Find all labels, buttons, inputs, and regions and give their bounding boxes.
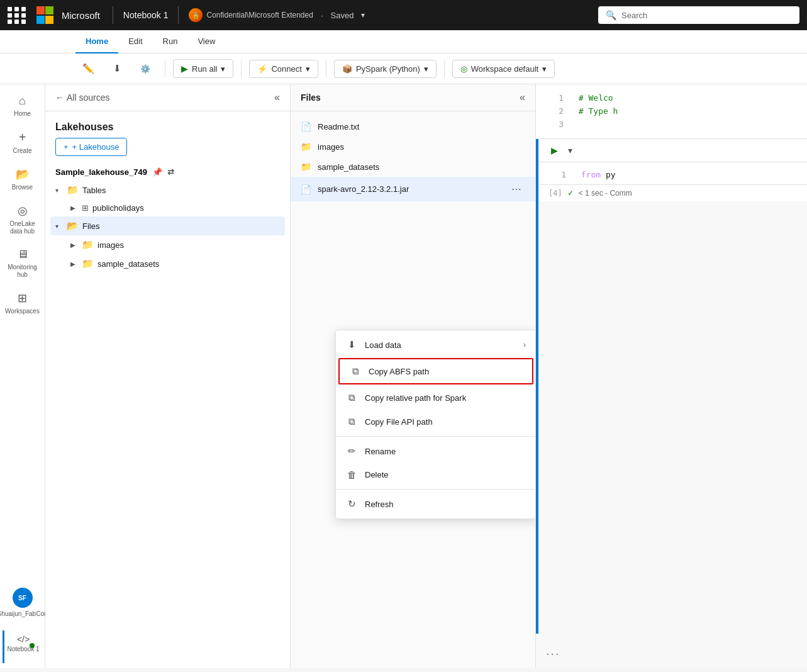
sidebar-item-workspaces-label: Workspaces xyxy=(5,308,40,315)
load-data-label: Load data xyxy=(365,340,401,350)
collapse-files-button[interactable]: « xyxy=(520,92,525,103)
settings-button[interactable]: ⚙️ xyxy=(133,60,157,78)
pyspark-chevron-icon: ▾ xyxy=(424,64,428,74)
sample-folder-icon: 📁 xyxy=(82,258,94,269)
menu-item-delete[interactable]: 🗑 Delete xyxy=(336,463,536,486)
add-lakehouse-button[interactable]: + + Lakehouse xyxy=(55,138,127,156)
edit-icon-button[interactable]: ✏️ xyxy=(75,59,101,79)
sidebar-user[interactable]: SF Shuaijun_FabCon xyxy=(3,583,43,623)
cell-run-button[interactable]: ▶ xyxy=(548,144,560,157)
workspace-label: Workspace default xyxy=(471,64,538,74)
ribbon-divider-1 xyxy=(165,60,165,77)
code-area-1[interactable]: 1 # Welco 2 # Type h 3 xyxy=(536,84,807,138)
copy-spark-label: Copy relative path for Spark xyxy=(365,393,466,403)
menu-item-copy-api[interactable]: ⧉ Copy File API path xyxy=(336,410,536,434)
run-all-button[interactable]: ▶ Run all ▾ xyxy=(173,59,233,78)
ribbon-divider-3 xyxy=(326,60,326,77)
tree-item-tables[interactable]: ▾ 📁 Tables xyxy=(50,181,285,199)
code-line-2: 2 # Type h xyxy=(546,105,797,118)
cell-toolbar-2: ▶ ▾ xyxy=(536,139,807,162)
tree-item-sample-datasets[interactable]: ▶ 📁 sample_datasets xyxy=(50,254,285,273)
tree-item-files[interactable]: ▾ 📂 Files xyxy=(50,216,285,235)
menu-item-refresh[interactable]: ↻ Refresh xyxy=(336,492,536,516)
sidebar-notebook[interactable]: </> Notebook 1 xyxy=(3,630,43,663)
back-button[interactable]: ← All sources xyxy=(55,92,109,103)
active-cell-bar xyxy=(536,139,538,634)
notebook-title: Notebook 1 xyxy=(123,10,169,20)
tab-edit[interactable]: Edit xyxy=(118,30,152,53)
sidebar-item-browse[interactable]: 📂 Browse xyxy=(3,162,43,196)
right-panel: 1 # Welco 2 # Type h 3 ▶ xyxy=(536,84,807,668)
menu-item-rename[interactable]: ✏ Rename xyxy=(336,439,536,463)
line-num-cell2: 1 xyxy=(548,170,566,179)
tree-area: Sample_lakehouse_749 📌 ⇄ ▾ 📁 Tables ▶ ⊞ … xyxy=(45,164,290,668)
sidebar-item-home[interactable]: ⌂ Home xyxy=(3,89,43,123)
sidebar-item-monitoring[interactable]: 🖥 Monitoring hub xyxy=(3,243,43,284)
file-item-images[interactable]: 📁 images xyxy=(291,137,535,157)
microsoft-logo xyxy=(36,6,54,24)
files-label: Files xyxy=(82,221,99,231)
file-item-left-4: 📄 spark-avro_2.12-3.2.1.jar xyxy=(301,184,409,194)
delete-label: Delete xyxy=(365,470,389,479)
images-folder-icon: 📁 xyxy=(82,239,94,250)
tab-home[interactable]: Home xyxy=(75,30,118,53)
file-item-spark-jar[interactable]: 📄 spark-avro_2.12-3.2.1.jar ⋯ xyxy=(291,177,535,201)
menu-item-copy-abfs[interactable]: ⧉ Copy ABFS path xyxy=(338,358,533,384)
sidebar-item-create[interactable]: + Create xyxy=(3,125,43,160)
cell-status-icon: ✓ xyxy=(567,189,574,198)
pin-icon[interactable]: 📌 xyxy=(152,167,162,177)
menu-item-load-data[interactable]: ⬇ Load data › xyxy=(336,333,536,357)
tree-item-images[interactable]: ▶ 📁 images xyxy=(50,235,285,254)
table-icon: ⊞ xyxy=(82,203,89,213)
more-cells-area: ... xyxy=(536,634,807,668)
onelake-icon: ◎ xyxy=(18,204,28,218)
search-box[interactable]: 🔍 Search xyxy=(598,6,799,24)
status-chevron-icon[interactable]: ▾ xyxy=(361,11,365,20)
code-cell-1: 1 # Welco 2 # Type h 3 xyxy=(536,84,807,139)
monitoring-icon: 🖥 xyxy=(17,248,28,261)
top-bar: Microsoft Notebook 1 🔒 Confidential\Micr… xyxy=(0,0,807,30)
menu-item-copy-spark[interactable]: ⧉ Copy relative path for Spark xyxy=(336,386,536,410)
more-options-button[interactable]: ⋯ xyxy=(508,182,525,196)
sidebar-item-onelake[interactable]: ◎ OneLake data hub xyxy=(3,199,43,240)
main-layout: ⌂ Home + Create 📂 Browse ◎ OneLake data … xyxy=(0,84,807,668)
collapse-panel-button[interactable]: « xyxy=(274,92,280,103)
middle-panel: Files « 📄 Readme.txt 📁 images xyxy=(291,84,536,668)
tab-run[interactable]: Run xyxy=(153,30,188,53)
ribbon: Home Edit Run View ✏️ ⬇ ⚙️ ▶ Run all ▾ ⚡… xyxy=(0,30,807,84)
rename-icon: ✏ xyxy=(346,445,357,457)
download-icon: ⬇ xyxy=(113,63,121,74)
search-placeholder: Search xyxy=(621,11,647,20)
pyspark-button[interactable]: 📦 PySpark (Python) ▾ xyxy=(334,60,437,78)
file-item-sample-datasets[interactable]: 📁 sample_datasets xyxy=(291,157,535,177)
code-area-2[interactable]: 1 from py xyxy=(536,162,807,184)
sample-chevron-icon: ▶ xyxy=(70,260,78,267)
run-icon: ▶ xyxy=(181,64,188,74)
sidebar: ⌂ Home + Create 📂 Browse ◎ OneLake data … xyxy=(0,84,45,668)
sync-icon[interactable]: ⇄ xyxy=(167,167,174,177)
content-area: ← All sources « Lakehouses + + Lakehouse… xyxy=(45,84,807,668)
top-bar-dot-separator: · xyxy=(321,11,323,20)
sidebar-item-workspaces[interactable]: ⊞ Workspaces xyxy=(3,286,43,320)
file-item-left-3: 📁 sample_datasets xyxy=(301,162,379,172)
file-item-readme[interactable]: 📄 Readme.txt xyxy=(291,116,535,137)
code-cell-2-wrapper: ▶ ▾ 1 from py [4] ✓ < 1 sec - Comm xyxy=(536,139,807,634)
notebook-label: Notebook 1 xyxy=(7,646,39,653)
cell-chevron-button[interactable]: ▾ xyxy=(565,144,575,157)
pyspark-label: PySpark (Python) xyxy=(356,64,420,74)
file-item-left-2: 📁 images xyxy=(301,142,344,152)
code-line-3: 3 xyxy=(546,118,797,132)
menu-divider-2 xyxy=(336,489,536,490)
connect-button[interactable]: ⚡ Connect ▾ xyxy=(249,60,318,78)
left-panel: ← All sources « Lakehouses + + Lakehouse… xyxy=(45,84,291,668)
notebook-active-dot xyxy=(30,643,35,648)
sample-datasets-label: sample_datasets xyxy=(97,259,159,269)
download-button[interactable]: ⬇ xyxy=(106,59,128,79)
sample-file-name: sample_datasets xyxy=(318,162,379,172)
sidebar-item-create-label: Create xyxy=(13,147,31,155)
sample-file-icon: 📁 xyxy=(301,162,311,172)
workspace-button[interactable]: ◎ Workspace default ▾ xyxy=(452,60,555,78)
tree-item-publicholidays[interactable]: ▶ ⊞ publicholidays xyxy=(50,199,285,216)
tab-view[interactable]: View xyxy=(187,30,225,53)
sidebar-item-onelake-label: OneLake data hub xyxy=(5,220,40,235)
